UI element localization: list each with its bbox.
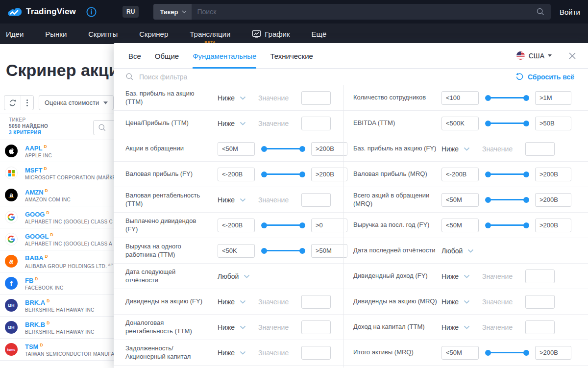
- region-selector[interactable]: США: [516, 51, 552, 60]
- more-options-button[interactable]: [21, 96, 33, 110]
- tradingview-logo[interactable]: TradingView: [7, 7, 76, 17]
- reset-all-button[interactable]: Сбросить всё: [515, 73, 574, 81]
- nav-item-скрипты[interactable]: Скрипты: [88, 30, 118, 38]
- filter-search-row: Сбросить всё: [114, 69, 588, 85]
- slider-handle-max[interactable]: [523, 172, 529, 177]
- value-input[interactable]: [525, 270, 555, 283]
- range-max-input[interactable]: [535, 168, 571, 181]
- filter-label: Выручка на одного работника (TTM): [125, 243, 206, 259]
- value-input[interactable]: [301, 320, 331, 334]
- close-button[interactable]: [568, 52, 576, 60]
- language-badge[interactable]: RU: [122, 6, 139, 18]
- criteria-count-link[interactable]: 3 КРИТЕРИЯ: [9, 129, 48, 136]
- preset-dropdown[interactable]: Оценка стоимости: [39, 95, 114, 110]
- range-slider[interactable]: [485, 197, 529, 203]
- operator-dropdown[interactable]: Ниже: [441, 298, 470, 306]
- tab-технические[interactable]: Технические: [270, 43, 313, 69]
- range-max-input[interactable]: [311, 244, 347, 258]
- range-slider[interactable]: [485, 350, 529, 356]
- range-max-input[interactable]: [311, 219, 347, 232]
- value-input[interactable]: [301, 117, 331, 130]
- operator-dropdown[interactable]: Ниже: [441, 272, 470, 280]
- slider-track: [488, 97, 527, 98]
- slider-handle-max[interactable]: [299, 248, 305, 254]
- nav-item-график[interactable]: График: [252, 30, 290, 38]
- value-input[interactable]: [301, 295, 331, 309]
- value-input[interactable]: [525, 320, 555, 334]
- range-max-input[interactable]: [311, 142, 347, 156]
- tab-все[interactable]: Все: [128, 43, 141, 69]
- range-max-input[interactable]: [535, 91, 571, 105]
- range-slider[interactable]: [261, 146, 305, 152]
- search-mode-dropdown[interactable]: Тикер: [153, 4, 191, 20]
- range-min-input[interactable]: [441, 346, 479, 360]
- slider-handle-max[interactable]: [523, 95, 529, 101]
- slider-handle-max[interactable]: [299, 222, 305, 228]
- operator-dropdown[interactable]: Ниже: [218, 323, 246, 331]
- range-min-input[interactable]: [441, 91, 479, 105]
- slider-handle-max[interactable]: [523, 350, 529, 356]
- range-slider[interactable]: [261, 172, 305, 177]
- filter-search-input[interactable]: [139, 73, 515, 81]
- range-min-input[interactable]: [441, 193, 479, 207]
- nav-item-рынки[interactable]: Рынки: [45, 30, 67, 38]
- range-slider[interactable]: [261, 222, 305, 228]
- brk-logo: BH: [5, 299, 18, 312]
- operator-dropdown[interactable]: Ниже: [218, 94, 246, 102]
- range-min-input[interactable]: [218, 244, 255, 258]
- range-min-input[interactable]: [218, 219, 255, 232]
- range-slider[interactable]: [485, 172, 529, 177]
- topbar-search-input[interactable]: [192, 8, 537, 16]
- search-icon[interactable]: [536, 7, 545, 16]
- operator-dropdown[interactable]: Ниже: [441, 323, 470, 331]
- value-input[interactable]: [525, 142, 555, 156]
- toolbar-button-group: [4, 95, 34, 110]
- tab-общие[interactable]: Общие: [155, 43, 179, 69]
- range-max-input[interactable]: [535, 346, 571, 360]
- slider-handle-max[interactable]: [523, 222, 529, 228]
- value-input[interactable]: [301, 346, 331, 360]
- topbar-search[interactable]: Тикер: [153, 4, 551, 20]
- operator-dropdown[interactable]: Ниже: [441, 145, 470, 153]
- slider-handle-max[interactable]: [523, 121, 529, 126]
- range-slider[interactable]: [261, 248, 305, 254]
- operator-dropdown[interactable]: Ниже: [218, 120, 246, 127]
- slider-handle-max[interactable]: [523, 197, 529, 203]
- range-min-input[interactable]: [218, 168, 255, 181]
- nav-item-ещё[interactable]: Ещё: [312, 30, 327, 38]
- value-input[interactable]: [525, 295, 555, 309]
- value-input[interactable]: [301, 91, 331, 105]
- range-min-input[interactable]: [218, 142, 255, 156]
- slider-handle-max[interactable]: [299, 146, 305, 152]
- filter-controls: [441, 91, 571, 105]
- range-min-input[interactable]: [441, 168, 479, 181]
- refresh-button[interactable]: [4, 96, 21, 110]
- operator-dropdown[interactable]: Ниже: [218, 196, 246, 204]
- filter-row: Дата следующей отчётностиЛюбой: [114, 264, 343, 289]
- range-slider[interactable]: [485, 222, 529, 228]
- range-max-input[interactable]: [535, 117, 571, 130]
- nav-item-скринер[interactable]: Скринер: [139, 30, 168, 38]
- range-max-input[interactable]: [535, 219, 571, 232]
- value-input[interactable]: [301, 193, 331, 207]
- operator-dropdown[interactable]: Любой: [441, 247, 474, 255]
- operator-dropdown[interactable]: Любой: [218, 272, 250, 280]
- range-slider[interactable]: [485, 121, 529, 126]
- range-max-input[interactable]: [311, 168, 347, 181]
- filter-row: Баз. прибыль на акцию (FY)НижеЗначение: [343, 136, 588, 162]
- operator-dropdown[interactable]: Ниже: [218, 298, 246, 306]
- search-mode-label: Тикер: [160, 8, 178, 16]
- info-button[interactable]: [86, 6, 97, 18]
- nav-item-идеи[interactable]: Идеи: [6, 30, 24, 38]
- filter-controls: Любой: [218, 272, 250, 280]
- nav-item-трансляции[interactable]: ТрансляцииBETA: [190, 30, 230, 38]
- operator-dropdown[interactable]: Ниже: [218, 349, 246, 357]
- signin-button[interactable]: Войти: [560, 8, 580, 16]
- range-slider[interactable]: [485, 95, 529, 101]
- tab-фундаментальные[interactable]: Фундаментальные: [193, 43, 256, 69]
- slider-handle-max[interactable]: [299, 172, 305, 177]
- range-min-input[interactable]: [441, 219, 479, 232]
- filter-row: Цена/Прибыль (TTM)НижеЗначение: [114, 111, 343, 136]
- range-min-input[interactable]: [441, 117, 479, 130]
- range-max-input[interactable]: [535, 193, 571, 207]
